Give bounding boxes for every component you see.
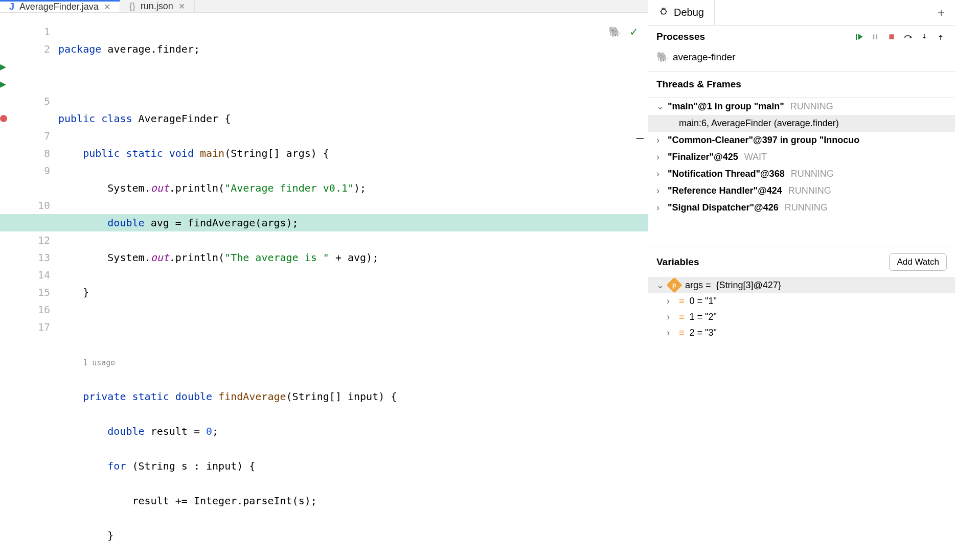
thread-row[interactable]: › "Common-Cleaner"@397 in group "Innocuo [648,132,955,149]
step-over-button[interactable] [902,31,914,43]
json-file-icon: {} [129,1,135,12]
run-gutter: ▶ ▶ [0,13,14,560]
close-icon[interactable]: ✕ [104,2,110,12]
step-into-button[interactable] [918,31,930,43]
run-class-icon[interactable]: ▶ [0,58,14,75]
processes-bar: Processes [648,26,955,48]
chevron-right-icon: › [656,135,664,146]
tab-runjson[interactable]: {} run.json ✕ [120,0,195,12]
process-label: average-finder [673,52,736,63]
debug-tab-label: Debug [674,7,704,18]
line-separator-icon: — [636,129,644,147]
variable-row[interactable]: › ≡ 0 = "1" [648,293,955,309]
pause-button[interactable] [869,31,881,43]
bug-icon [658,6,669,19]
java-file-icon: J [9,2,14,12]
editor-body[interactable]: ▶ ▶ 12 5 78 9 1011 1213 1415 1617 packag… [0,13,648,560]
thread-row[interactable]: › "Finalizer"@425WAIT [648,149,955,166]
tab-debug[interactable]: Debug [648,0,715,25]
chevron-right-icon: › [667,312,674,322]
chevron-right-icon: › [656,185,664,196]
variable-row[interactable]: › ≡ 1 = "2" [648,309,955,325]
array-element-icon: ≡ [679,296,685,307]
chevron-right-icon: › [656,152,664,162]
thread-row[interactable]: › "Reference Handler"@424RUNNING [648,182,955,199]
chevron-right-icon: › [667,296,674,307]
tab-label: run.json [141,1,173,12]
variables-title: Variables [656,256,889,268]
editor-tabs: J AverageFinder.java ✕ {} run.json ✕ [0,0,648,13]
svg-rect-2 [876,34,877,39]
line-gutter: 12 5 78 9 1011 1213 1415 1617 [14,13,55,560]
threads-title: Threads & Frames [648,72,955,98]
stop-button[interactable] [885,31,898,43]
inspection-ok-icon[interactable]: ✓ [630,23,638,40]
debug-pane: Debug + Processes 🐘 average-finder Threa… [648,0,955,560]
debug-tabs: Debug + [648,0,955,26]
thread-row[interactable]: › "Notification Thread"@368RUNNING [648,166,955,182]
step-out-button[interactable] [935,31,947,43]
parameter-icon: p [666,277,682,293]
chevron-right-icon: › [656,202,664,213]
variables-header: Variables Add Watch [648,247,955,277]
resume-button[interactable] [853,31,865,43]
chevron-right-icon: › [656,169,664,179]
editor-pane: J AverageFinder.java ✕ {} run.json ✕ ▶ ▶… [0,0,648,560]
processes-title: Processes [656,31,849,42]
add-tab-button[interactable]: + [927,0,955,25]
threads-list: ⌄ "main"@1 in group "main"RUNNING main:6… [648,98,955,216]
variable-row[interactable]: ⌄ p args = {String[3]@427} [648,277,955,293]
chevron-down-icon: ⌄ [656,101,664,112]
frame-row[interactable]: main:6, AverageFinder (average.finder) [648,115,955,132]
process-icon: 🐘 [656,51,669,63]
breakpoint-icon[interactable] [0,110,14,127]
svg-rect-3 [889,34,894,39]
thread-row[interactable]: › "Signal Dispatcher"@426RUNNING [648,199,955,216]
code-area[interactable]: package average.finder; public class Ave… [55,13,648,560]
chevron-right-icon: › [667,328,674,338]
close-icon[interactable]: ✕ [178,2,185,11]
gradle-icon[interactable]: 🐘 [608,23,621,40]
array-element-icon: ≡ [679,328,685,338]
chevron-down-icon: ⌄ [656,279,664,291]
tab-averagefinder[interactable]: J AverageFinder.java ✕ [0,0,120,12]
process-row[interactable]: 🐘 average-finder [648,48,955,72]
svg-rect-1 [873,34,874,39]
add-watch-button[interactable]: Add Watch [889,253,947,271]
thread-row[interactable]: ⌄ "main"@1 in group "main"RUNNING [648,98,955,115]
tab-label: AverageFinder.java [19,2,99,12]
run-main-icon[interactable]: ▶ [0,75,14,92]
variable-row[interactable]: › ≡ 2 = "3" [648,325,955,341]
array-element-icon: ≡ [679,312,685,322]
